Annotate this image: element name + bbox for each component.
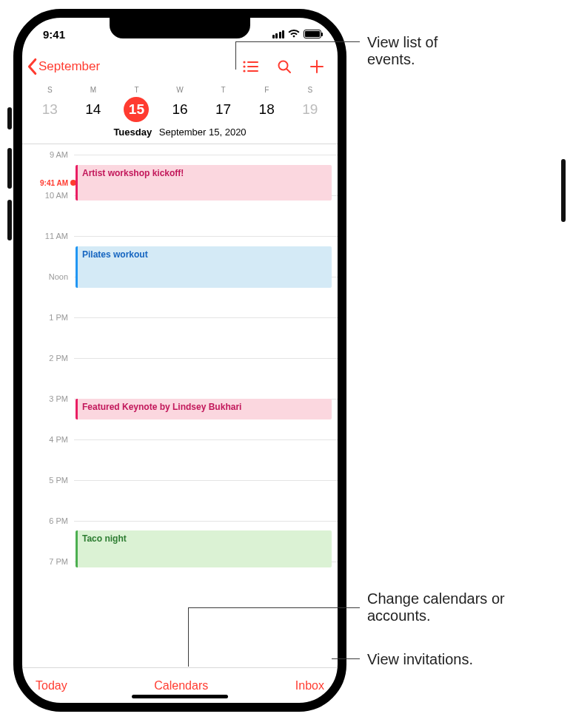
hour-label: 7 PM bbox=[22, 557, 68, 566]
today-button[interactable]: Today bbox=[36, 679, 67, 692]
hour-line bbox=[74, 480, 338, 481]
weekday-letter: T bbox=[201, 86, 245, 94]
cellular-icon bbox=[272, 30, 285, 38]
hour-line bbox=[74, 439, 338, 440]
hour-label: 2 PM bbox=[22, 354, 68, 363]
list-button[interactable] bbox=[243, 60, 259, 73]
svg-point-2 bbox=[243, 65, 245, 67]
side-button[interactable] bbox=[561, 159, 566, 222]
volume-down-button[interactable] bbox=[7, 200, 12, 240]
weekday-letter: M bbox=[72, 86, 115, 94]
svg-point-4 bbox=[243, 70, 245, 72]
svg-rect-3 bbox=[247, 66, 258, 67]
battery-icon bbox=[304, 30, 321, 38]
date-cell[interactable]: 18 bbox=[254, 97, 279, 122]
hour-label: 3 PM bbox=[22, 394, 68, 403]
hour-label: 4 PM bbox=[22, 435, 68, 444]
hour-label: 9 AM bbox=[22, 150, 68, 159]
plus-icon bbox=[309, 59, 324, 74]
date-cell[interactable]: 13 bbox=[37, 97, 62, 122]
svg-line-7 bbox=[287, 70, 291, 73]
selected-dow: Tuesday bbox=[113, 127, 152, 138]
phone-frame: 9:41 September bbox=[13, 9, 346, 712]
wifi-icon bbox=[288, 30, 300, 38]
svg-rect-5 bbox=[247, 70, 258, 72]
day-grid[interactable]: 9 AM10 AM11 AMNoon1 PM2 PM3 PM4 PM5 PM6 … bbox=[22, 144, 338, 667]
list-icon bbox=[243, 60, 259, 73]
weekday-letter: W bbox=[158, 86, 202, 94]
hour-label: 11 AM bbox=[22, 232, 68, 240]
hour-line bbox=[74, 155, 338, 155]
weekday-letter: S bbox=[288, 86, 332, 94]
calendar-event[interactable]: Pilates workout bbox=[76, 246, 332, 288]
hour-line bbox=[74, 521, 338, 522]
date-cell[interactable]: 15 bbox=[124, 97, 149, 122]
notch bbox=[110, 18, 250, 38]
weekday-letter: T bbox=[115, 86, 158, 94]
calendar-event[interactable]: Featured Keynote by Lindsey Bukhari bbox=[76, 399, 332, 419]
date-cell[interactable]: 17 bbox=[211, 97, 236, 122]
date-cell[interactable]: 19 bbox=[298, 97, 323, 122]
chevron-left-icon bbox=[25, 58, 38, 75]
date-cell[interactable]: 16 bbox=[167, 97, 192, 122]
calendar-event[interactable]: Artist workshop kickoff! bbox=[76, 165, 332, 200]
svg-point-6 bbox=[279, 61, 288, 70]
status-time: 9:41 bbox=[43, 28, 65, 41]
hour-line bbox=[74, 236, 338, 237]
hour-line bbox=[74, 317, 338, 318]
search-icon bbox=[277, 59, 292, 74]
hour-line bbox=[74, 358, 338, 359]
back-button[interactable]: September bbox=[25, 58, 100, 75]
hour-label: 5 PM bbox=[22, 476, 68, 485]
add-button[interactable] bbox=[309, 59, 324, 74]
date-row: 13141516171819 bbox=[22, 94, 338, 127]
nav-bar: September bbox=[22, 50, 338, 83]
hour-label: 1 PM bbox=[22, 313, 68, 322]
calendar-event[interactable]: Taco night bbox=[76, 530, 332, 567]
weekday-letter: F bbox=[245, 86, 289, 94]
selected-date-label: Tuesday September 15, 2020 bbox=[22, 127, 338, 144]
calendars-button[interactable]: Calendars bbox=[154, 679, 208, 692]
hour-label: 10 AM bbox=[22, 191, 68, 200]
back-label: September bbox=[38, 59, 100, 74]
search-button[interactable] bbox=[277, 59, 292, 74]
home-indicator[interactable] bbox=[132, 695, 228, 698]
hour-label: 6 PM bbox=[22, 516, 68, 525]
weekday-letter: S bbox=[28, 86, 72, 94]
current-time-label: 9:41 AM bbox=[22, 178, 68, 186]
svg-point-0 bbox=[243, 61, 245, 63]
selected-date: September 15, 2020 bbox=[159, 127, 247, 138]
date-cell[interactable]: 14 bbox=[81, 97, 106, 122]
svg-rect-1 bbox=[247, 61, 258, 63]
volume-up-button[interactable] bbox=[7, 148, 12, 189]
inbox-button[interactable]: Inbox bbox=[295, 679, 324, 692]
weekday-row: SMTWTFS bbox=[22, 86, 338, 94]
mute-switch[interactable] bbox=[7, 107, 12, 129]
hour-label: Noon bbox=[22, 272, 68, 281]
